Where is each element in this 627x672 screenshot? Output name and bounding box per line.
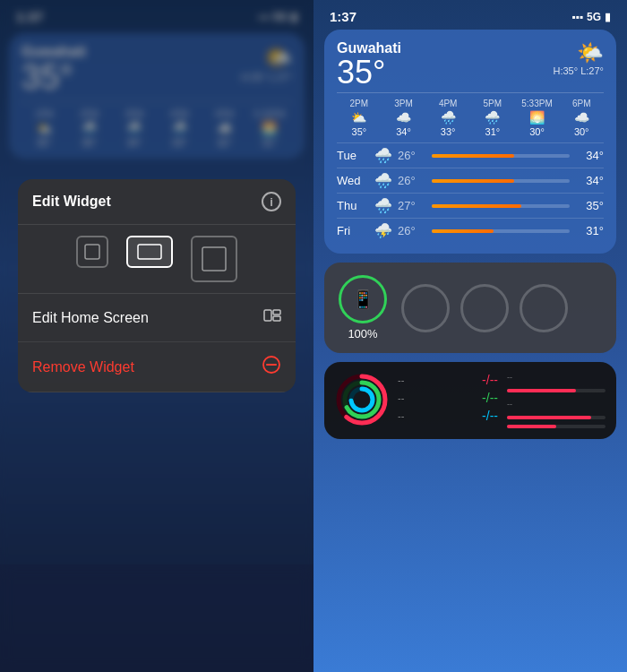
- remove-icon: [262, 355, 281, 379]
- context-menu: Edit Widget i Edit Home Scr: [18, 179, 296, 392]
- left-panel: 1:37 ▪▪▪ 5G ▮ Guwahati 35° 🌤️ H:35° L:27…: [0, 0, 314, 672]
- menu-header: Edit Widget i: [18, 179, 296, 225]
- forecast-thu: Thu 🌧️ 27° 35°: [337, 193, 604, 218]
- home-screen-icon: [263, 306, 281, 329]
- thu-icon: 🌧️: [374, 197, 392, 214]
- edit-home-label: Edit Home Screen: [32, 310, 149, 326]
- activity-stats: -- -/-- -- -/-- -- -/--: [398, 373, 498, 426]
- other-devices: [401, 284, 602, 332]
- dock-area: [0, 564, 314, 672]
- chart-bar-3: [507, 425, 606, 428]
- right-network-type: 5G: [587, 11, 601, 23]
- forecast-fri: Fri ⛈️ 26° 31°: [337, 218, 604, 243]
- forecast-wed: Wed 🌧️ 26° 34°: [337, 168, 604, 193]
- wed-bar: [432, 179, 570, 183]
- right-panel: 1:37 ▪▪▪ 5G ▮ Guwahati 35° 🌤️ H:35° L:27…: [314, 0, 627, 672]
- svg-rect-1: [138, 245, 161, 259]
- tue-bar: [432, 154, 570, 158]
- right-status-icons: ▪▪▪ 5G ▮: [571, 11, 611, 23]
- chart-label-2: --: [507, 400, 606, 409]
- r-hour-3pm: 3PM ☁️ 34°: [382, 99, 426, 137]
- right-temp: 35°: [337, 56, 401, 89]
- right-hi-lo: H:35° L:27°: [554, 65, 605, 76]
- right-battery-icon: ▮: [605, 11, 611, 23]
- battery-circle: 📱: [339, 275, 387, 323]
- svg-rect-4: [273, 310, 280, 314]
- chart-bar-2: [507, 416, 606, 419]
- battery-percentage: 100%: [348, 327, 377, 340]
- thu-bar: [432, 204, 570, 208]
- medium-widget-option[interactable]: [126, 236, 173, 268]
- device-2-circle: [401, 284, 450, 332]
- right-time: 1:37: [330, 9, 356, 24]
- r-hour-533pm: 5:33PM 🌅 30°: [515, 99, 560, 137]
- device-3-circle: [460, 284, 509, 332]
- fri-icon: ⛈️: [374, 222, 392, 239]
- right-sun-icon: 🌤️: [554, 40, 605, 65]
- right-hourly: 2PM ⛅ 35° 3PM ☁️ 34° 4PM 🌧️ 33° 5PM 🌧️ 3…: [337, 92, 604, 137]
- edit-home-screen-item[interactable]: Edit Home Screen: [18, 294, 296, 342]
- forecast-tue: Tue 🌧️ 26° 34°: [337, 142, 604, 168]
- r-hour-6pm: 6PM ☁️ 30°: [559, 99, 604, 137]
- svg-rect-5: [273, 316, 280, 321]
- phone-icon: 📱: [352, 289, 374, 310]
- right-status-bar: 1:37 ▪▪▪ 5G ▮: [324, 0, 616, 30]
- remove-widget-label: Remove Widget: [32, 359, 134, 375]
- activity-widget: -- -/-- -- -/-- -- -/-- -- --: [324, 362, 616, 439]
- svg-rect-2: [202, 247, 226, 271]
- chart-bar-1: [507, 389, 606, 392]
- svg-rect-3: [264, 310, 271, 321]
- battery-widget: 📱 100%: [324, 263, 616, 353]
- r-hour-4pm: 4PM 🌧️ 33°: [425, 99, 470, 137]
- stand-stat: -- -/--: [398, 409, 498, 423]
- chart-label-1: --: [507, 373, 606, 382]
- device-4-circle: [520, 284, 568, 332]
- chart-bars: -- --: [507, 373, 606, 428]
- exercise-stat: -- -/--: [398, 391, 498, 405]
- menu-title: Edit Widget: [32, 194, 111, 210]
- r-hour-2pm: 2PM ⛅ 35°: [337, 99, 382, 137]
- large-widget-option[interactable]: [191, 236, 237, 282]
- wed-icon: 🌧️: [374, 172, 392, 189]
- right-weather-widget: Guwahati 35° 🌤️ H:35° L:27° 2PM ⛅ 35° 3P…: [324, 30, 616, 254]
- tue-icon: 🌧️: [374, 147, 392, 164]
- widget-size-row: [18, 225, 296, 294]
- forecast-rows: Tue 🌧️ 26° 34° Wed 🌧️ 26° 34° Thu 🌧️: [337, 142, 604, 243]
- small-widget-option[interactable]: [76, 236, 108, 268]
- info-icon[interactable]: i: [262, 192, 281, 211]
- fri-bar: [432, 229, 570, 233]
- svg-rect-0: [85, 245, 99, 259]
- activity-rings: [335, 373, 389, 426]
- right-signal-icon: ▪▪▪: [571, 11, 583, 23]
- move-stat: -- -/--: [398, 373, 498, 387]
- r-hour-5pm: 5PM 🌧️ 31°: [470, 99, 515, 137]
- remove-widget-item[interactable]: Remove Widget: [18, 342, 296, 392]
